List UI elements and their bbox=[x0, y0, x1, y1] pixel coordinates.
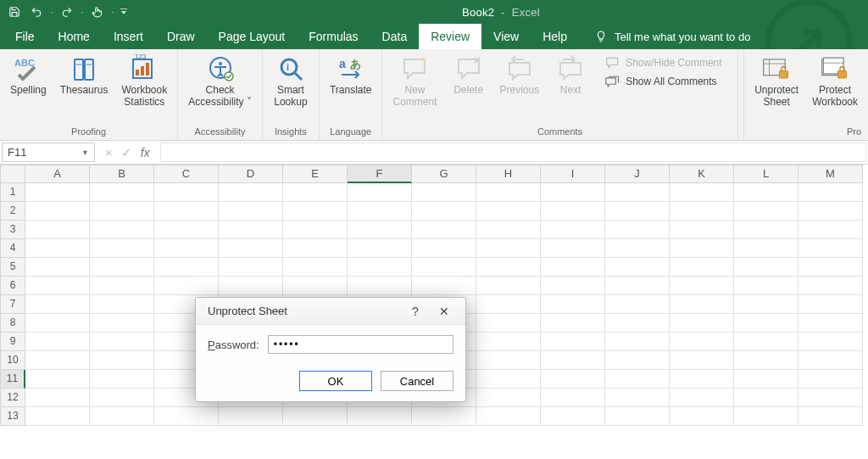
cell[interactable] bbox=[348, 258, 412, 277]
col-header[interactable]: E bbox=[283, 165, 348, 183]
cell[interactable] bbox=[476, 277, 541, 295]
cell[interactable] bbox=[154, 202, 219, 221]
cell[interactable] bbox=[348, 221, 412, 239]
cell[interactable] bbox=[154, 239, 219, 258]
cell[interactable] bbox=[348, 183, 412, 202]
col-header[interactable]: H bbox=[476, 165, 541, 183]
cell[interactable] bbox=[90, 239, 154, 258]
cell[interactable] bbox=[25, 183, 90, 202]
cell[interactable] bbox=[734, 221, 798, 239]
cell[interactable] bbox=[670, 389, 734, 407]
tab-draw[interactable]: Draw bbox=[155, 24, 207, 49]
cell[interactable] bbox=[476, 407, 541, 426]
cell[interactable] bbox=[90, 370, 154, 389]
cell[interactable] bbox=[670, 202, 734, 221]
tab-review[interactable]: Review bbox=[419, 24, 481, 49]
cell[interactable] bbox=[734, 277, 798, 295]
cell[interactable] bbox=[734, 389, 798, 407]
cell[interactable] bbox=[25, 295, 90, 314]
chevron-down-icon[interactable]: ▼ bbox=[81, 148, 89, 157]
cell[interactable] bbox=[798, 183, 863, 202]
cell[interactable] bbox=[25, 258, 90, 277]
tab-help[interactable]: Help bbox=[531, 24, 579, 49]
cell[interactable] bbox=[476, 239, 541, 258]
previous-comment-button[interactable]: Previous bbox=[495, 51, 545, 97]
row-header[interactable]: 11 bbox=[0, 370, 25, 389]
cell[interactable] bbox=[476, 333, 541, 351]
cell[interactable] bbox=[541, 258, 605, 277]
cell[interactable] bbox=[734, 202, 798, 221]
cell[interactable] bbox=[25, 202, 90, 221]
cell[interactable] bbox=[412, 277, 476, 295]
cell[interactable] bbox=[412, 221, 476, 239]
cell[interactable] bbox=[219, 277, 283, 295]
cell[interactable] bbox=[798, 239, 863, 258]
cell[interactable] bbox=[605, 295, 670, 314]
cell[interactable] bbox=[219, 239, 283, 258]
cell[interactable] bbox=[605, 183, 670, 202]
cell[interactable] bbox=[734, 351, 798, 370]
cell[interactable] bbox=[154, 407, 219, 426]
cell[interactable] bbox=[25, 221, 90, 239]
cell[interactable] bbox=[541, 351, 605, 370]
enter-formula-icon[interactable]: ✓ bbox=[121, 145, 132, 160]
tab-data[interactable]: Data bbox=[370, 24, 420, 49]
cell[interactable] bbox=[734, 333, 798, 351]
dialog-titlebar[interactable]: Unprotect Sheet ? ✕ bbox=[196, 298, 465, 325]
row-header[interactable]: 8 bbox=[0, 314, 25, 333]
show-hide-comment-button[interactable]: Show/Hide Comment bbox=[602, 54, 725, 71]
cell[interactable] bbox=[283, 221, 348, 239]
cell[interactable] bbox=[25, 333, 90, 351]
cell[interactable] bbox=[670, 295, 734, 314]
cell[interactable] bbox=[25, 389, 90, 407]
cell[interactable] bbox=[541, 370, 605, 389]
cell[interactable] bbox=[605, 370, 670, 389]
cell[interactable] bbox=[25, 277, 90, 295]
cell[interactable] bbox=[541, 183, 605, 202]
delete-comment-button[interactable]: Delete bbox=[446, 51, 492, 97]
col-header[interactable]: L bbox=[734, 165, 798, 183]
row-header[interactable]: 2 bbox=[0, 202, 25, 221]
cell[interactable] bbox=[541, 221, 605, 239]
cell[interactable] bbox=[670, 258, 734, 277]
cell[interactable] bbox=[348, 277, 412, 295]
cell[interactable] bbox=[798, 295, 863, 314]
dialog-close-icon[interactable]: ✕ bbox=[430, 301, 459, 322]
qat-customize-icon[interactable] bbox=[119, 3, 129, 20]
cell[interactable] bbox=[670, 183, 734, 202]
tell-me-search[interactable]: Tell me what you want to do bbox=[579, 24, 750, 49]
cell[interactable] bbox=[670, 314, 734, 333]
col-header[interactable]: I bbox=[541, 165, 605, 183]
tab-formulas[interactable]: Formulas bbox=[297, 24, 370, 49]
row-header[interactable]: 3 bbox=[0, 221, 25, 239]
cell[interactable] bbox=[283, 202, 348, 221]
cell[interactable] bbox=[605, 314, 670, 333]
cell[interactable] bbox=[670, 351, 734, 370]
tab-view[interactable]: View bbox=[481, 24, 531, 49]
cell[interactable] bbox=[476, 389, 541, 407]
cell[interactable] bbox=[90, 221, 154, 239]
cell[interactable] bbox=[219, 258, 283, 277]
ok-button[interactable]: OK bbox=[299, 371, 372, 391]
select-all-corner[interactable] bbox=[0, 165, 25, 183]
cell[interactable] bbox=[734, 314, 798, 333]
cell[interactable] bbox=[605, 351, 670, 370]
cell[interactable] bbox=[90, 351, 154, 370]
cell[interactable] bbox=[283, 183, 348, 202]
cell[interactable] bbox=[541, 333, 605, 351]
cell[interactable] bbox=[798, 258, 863, 277]
cell[interactable] bbox=[541, 239, 605, 258]
cell[interactable] bbox=[219, 183, 283, 202]
cell[interactable] bbox=[476, 258, 541, 277]
insert-function-icon[interactable]: fx bbox=[141, 146, 150, 160]
row-header[interactable]: 7 bbox=[0, 295, 25, 314]
cell[interactable] bbox=[412, 258, 476, 277]
next-comment-button[interactable]: Next bbox=[548, 51, 593, 97]
cell[interactable] bbox=[670, 277, 734, 295]
row-header[interactable]: 12 bbox=[0, 389, 25, 407]
cell[interactable] bbox=[476, 183, 541, 202]
cell[interactable] bbox=[154, 183, 219, 202]
cell[interactable] bbox=[734, 295, 798, 314]
cell[interactable] bbox=[90, 389, 154, 407]
col-header[interactable]: G bbox=[412, 165, 476, 183]
